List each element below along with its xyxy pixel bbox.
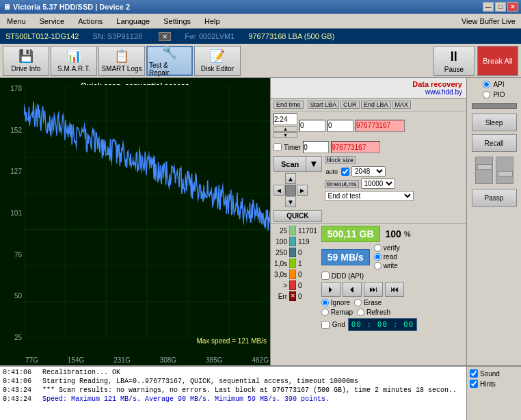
- smart-button[interactable]: 📊 S.M.A.R.T.: [51, 46, 97, 76]
- menu-item-help[interactable]: Help: [198, 14, 227, 28]
- pio-radio-label[interactable]: PIO: [483, 91, 505, 99]
- menu-item-settings[interactable]: Settings: [157, 14, 198, 28]
- end-test-select[interactable]: End of test: [325, 191, 414, 201]
- slider-1[interactable]: [475, 157, 493, 184]
- sound-checkbox[interactable]: [470, 369, 478, 378]
- timeout-select[interactable]: 10000: [361, 179, 395, 189]
- log-row-2: 0:41:06 Starting Reading, LBA=0..9767731…: [3, 377, 464, 386]
- timer-checkbox[interactable]: [273, 143, 282, 151]
- end-time-down[interactable]: ▼: [273, 132, 297, 138]
- erase-radio[interactable]: [354, 299, 362, 306]
- auto-row: auto 2048: [325, 166, 414, 176]
- scan-arrow-button[interactable]: ▼: [306, 156, 321, 172]
- refresh-radio-label[interactable]: Refresh: [357, 309, 390, 316]
- data-recovery-header: Data recovery www.hdd.by: [271, 78, 466, 99]
- arrow-up[interactable]: ▲: [285, 173, 296, 184]
- api-radio-label[interactable]: API: [483, 81, 505, 88]
- ignore-label: Ignore: [331, 299, 350, 306]
- title-bar: 🖥 Victoria 5.37 HDD/SSD | Device 2 — □ ✕: [0, 0, 521, 14]
- y-label-127: 127: [0, 168, 24, 175]
- x-label-385g: 385G: [206, 356, 222, 364]
- remap-radio[interactable]: [321, 309, 329, 316]
- device-close-button[interactable]: ✕: [159, 32, 171, 41]
- break-all-button[interactable]: Break All: [477, 46, 518, 76]
- lba-header-row: End time Start LBA CUR End LBA MAX: [271, 99, 466, 111]
- verify-radio-label[interactable]: verify: [374, 244, 400, 252]
- log-msg-1: Recalibration... OK: [42, 369, 120, 376]
- stat-row-100: 100 119: [273, 237, 317, 246]
- x-label-77g: 77G: [25, 356, 38, 364]
- skip-next-button[interactable]: ⏭: [364, 282, 383, 297]
- play-button[interactable]: ⏵: [321, 282, 340, 297]
- log-time-2: 0:41:06: [3, 378, 37, 385]
- remap-radio-label[interactable]: Remap: [321, 309, 353, 316]
- maximize-button[interactable]: □: [495, 2, 506, 12]
- start-lba-input[interactable]: [299, 120, 325, 132]
- sound-check-label[interactable]: Sound: [470, 369, 518, 378]
- scan-button[interactable]: Scan: [273, 156, 306, 172]
- read-radio[interactable]: [374, 253, 382, 261]
- title-controls[interactable]: — □ ✕: [483, 2, 518, 12]
- write-radio[interactable]: [374, 262, 382, 270]
- refresh-radio[interactable]: [357, 309, 364, 316]
- end-time-input[interactable]: [273, 113, 297, 125]
- recall-button[interactable]: Recall: [472, 134, 517, 152]
- api-radio[interactable]: [483, 81, 490, 88]
- ignore-radio[interactable]: [321, 299, 329, 306]
- break-all-label: Break All: [483, 57, 512, 65]
- end-lba-input[interactable]: [356, 120, 405, 132]
- cur-lba-input[interactable]: [328, 120, 353, 132]
- main-content: Quick scan, sequential access ST500LT012…: [0, 78, 521, 365]
- disk-pct: 100: [386, 228, 401, 239]
- block-timeout-group: block size auto 2048 timeout,ms 10000: [325, 156, 414, 201]
- timer-input[interactable]: [303, 141, 329, 153]
- smart-logs-button[interactable]: 📋 SMART Logs: [98, 46, 145, 76]
- menu-item-language[interactable]: Language: [109, 14, 157, 28]
- write-radio-label[interactable]: write: [374, 262, 400, 270]
- menu-item-service[interactable]: Service: [33, 14, 72, 28]
- pio-radio[interactable]: [483, 91, 490, 99]
- read-radio-label[interactable]: read: [374, 253, 400, 261]
- end-time-label: End time: [273, 101, 304, 109]
- passp-button[interactable]: Passp: [472, 189, 517, 207]
- ddd-checkbox[interactable]: [321, 272, 330, 280]
- x-axis: 77G 154G 231G 308G 385G 462G: [24, 355, 270, 365]
- test-repair-button[interactable]: 🔧 Test & Repair: [146, 46, 193, 76]
- max-lba-input[interactable]: [331, 141, 380, 153]
- block-size-select[interactable]: 2048: [351, 166, 386, 176]
- disk-size-row: 500,11 GB 100 %: [321, 226, 464, 242]
- stats-area: 25 11701 100 119 250 0 1,0s 1: [271, 223, 466, 365]
- menu-item-actions[interactable]: Actions: [71, 14, 109, 28]
- y-label-76: 76: [0, 251, 24, 259]
- slider-2[interactable]: [496, 157, 513, 184]
- grid-checkbox[interactable]: [321, 321, 330, 329]
- menu-item-menu[interactable]: Menu: [0, 14, 33, 28]
- pause-button[interactable]: ⏸ Pause: [433, 46, 475, 76]
- skip-prev-button[interactable]: ⏮: [385, 282, 404, 297]
- end-time-up[interactable]: ▲: [273, 126, 297, 132]
- verify-radio[interactable]: [374, 244, 382, 252]
- speed-row: 59 MB/s verify read write: [321, 244, 464, 270]
- hints-checkbox[interactable]: [470, 380, 478, 388]
- arrow-pad: ▲ ◄ ► ▼: [273, 173, 322, 207]
- hints-check-label[interactable]: Hints: [470, 380, 518, 388]
- arrow-right[interactable]: ►: [297, 185, 308, 196]
- rewind-button[interactable]: ⏴: [343, 282, 362, 297]
- auto-checkbox[interactable]: [341, 168, 349, 176]
- sound-label: Sound: [480, 370, 500, 378]
- disk-editor-button[interactable]: 📝 Disk Editor: [194, 46, 241, 76]
- right-stats: 500,11 GB 100 % 59 MB/s verify: [321, 226, 464, 363]
- hints-label: Hints: [480, 380, 496, 388]
- disk-size-box: 500,11 GB: [321, 226, 380, 242]
- log-row-3: 0:43:24 *** Scan results: no warnings, n…: [3, 386, 464, 395]
- sleep-button[interactable]: Sleep: [472, 114, 517, 131]
- quick-button[interactable]: QUICK: [273, 210, 322, 222]
- arrow-down[interactable]: ▼: [285, 196, 296, 207]
- erase-radio-label[interactable]: Erase: [354, 299, 382, 306]
- view-buffer-button[interactable]: View Buffer Live: [456, 16, 521, 27]
- ignore-radio-label[interactable]: Ignore: [321, 299, 350, 306]
- close-button[interactable]: ✕: [507, 2, 518, 12]
- arrow-left[interactable]: ◄: [273, 185, 284, 196]
- minimize-button[interactable]: —: [483, 2, 494, 12]
- drive-info-button[interactable]: 💾 Drive Info: [3, 46, 49, 76]
